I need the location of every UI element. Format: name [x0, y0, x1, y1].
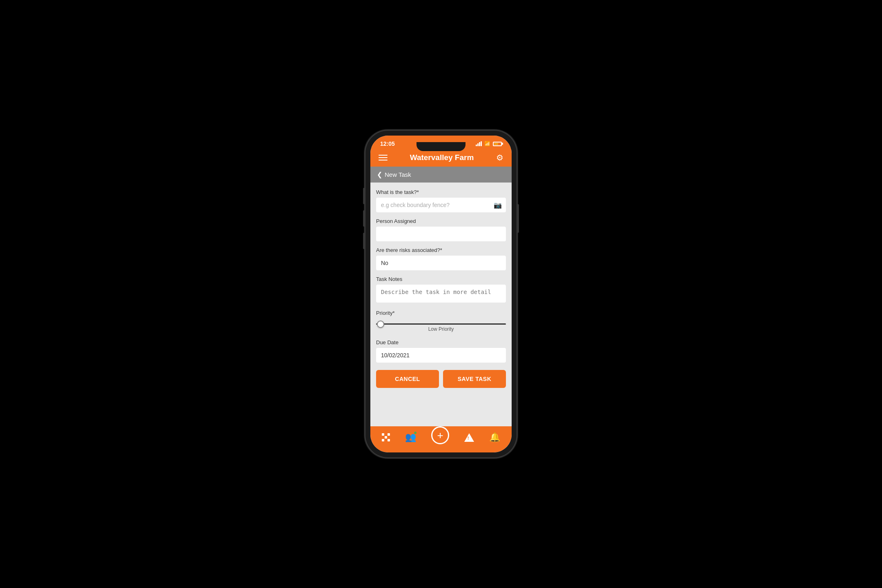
phone-screen: 12:05 📶 Watervalley Farm ⚙ ❮ New Task	[370, 136, 512, 452]
nav-item-qr[interactable]	[382, 433, 390, 441]
priority-slider-track	[376, 323, 506, 325]
nav-item-alarm[interactable]: 🔔	[489, 432, 500, 443]
priority-group: Priority* Low Priority	[376, 310, 506, 334]
priority-label: Priority*	[376, 310, 506, 316]
task-question-group: What is the task?* 📷	[376, 189, 506, 212]
app-header: Watervalley Farm ⚙	[370, 149, 512, 167]
person-assigned-input[interactable]	[376, 227, 506, 241]
back-nav-label: New Task	[385, 171, 411, 178]
task-notes-input[interactable]	[376, 285, 506, 303]
risks-label: Are there risks associated?*	[376, 247, 506, 253]
priority-slider-thumb[interactable]	[377, 321, 384, 328]
task-question-input[interactable]	[376, 198, 506, 212]
form-content: What is the task?* 📷 Person Assigned Are…	[370, 183, 512, 426]
cancel-button[interactable]: CANCEL	[376, 370, 439, 388]
status-icons: 📶	[476, 141, 502, 147]
battery-icon	[493, 142, 502, 146]
due-date-input[interactable]	[376, 348, 506, 363]
save-task-button[interactable]: SAVE TASK	[443, 370, 506, 388]
task-input-wrapper: 📷	[376, 198, 506, 212]
warning-triangle-icon	[464, 433, 474, 442]
back-chevron-icon: ❮	[377, 171, 382, 178]
due-date-group: Due Date	[376, 339, 506, 363]
risks-group: Are there risks associated?* No Yes	[376, 247, 506, 270]
priority-level-label: Low Priority	[376, 326, 506, 332]
nav-item-warning[interactable]	[464, 433, 474, 442]
bottom-navigation: 👥 + 🔔	[370, 426, 512, 452]
task-notes-group: Task Notes	[376, 276, 506, 304]
people-online-dot	[414, 431, 417, 434]
risks-select[interactable]: No Yes	[376, 256, 506, 270]
status-time: 12:05	[380, 140, 395, 147]
priority-slider-container: Low Priority	[376, 318, 506, 334]
person-assigned-label: Person Assigned	[376, 218, 506, 224]
battery-fill	[494, 143, 498, 145]
phone-notch	[416, 142, 466, 151]
qr-code-icon	[382, 433, 390, 441]
alarm-bell-icon: 🔔	[489, 432, 500, 443]
task-notes-label: Task Notes	[376, 276, 506, 282]
phone-device: 12:05 📶 Watervalley Farm ⚙ ❮ New Task	[365, 131, 517, 457]
camera-icon[interactable]: 📷	[494, 201, 502, 209]
wifi-icon: 📶	[484, 141, 490, 147]
add-circle-icon: +	[431, 426, 449, 444]
settings-icon[interactable]: ⚙	[496, 153, 503, 163]
person-assigned-group: Person Assigned	[376, 218, 506, 241]
signal-icon	[476, 141, 482, 146]
nav-item-people[interactable]: 👥	[405, 432, 416, 443]
nav-item-add[interactable]: +	[431, 430, 449, 444]
due-date-label: Due Date	[376, 339, 506, 345]
back-navigation[interactable]: ❮ New Task	[370, 167, 512, 183]
action-buttons: CANCEL SAVE TASK	[376, 370, 506, 388]
hamburger-menu-button[interactable]	[379, 155, 388, 160]
app-title: Watervalley Farm	[410, 153, 474, 162]
task-question-label: What is the task?*	[376, 189, 506, 195]
people-wrapper: 👥	[405, 432, 416, 443]
